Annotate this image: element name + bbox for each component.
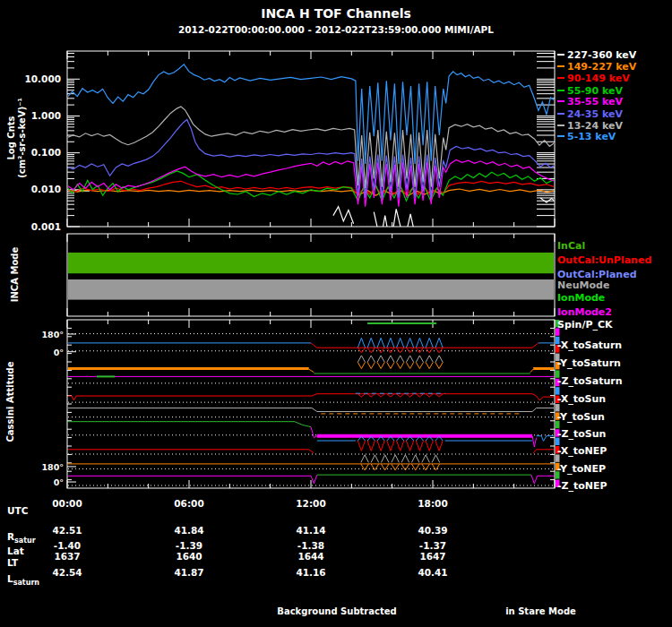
l-value: 42.54 bbox=[36, 567, 99, 578]
legend-item: -Z_toSun bbox=[557, 428, 606, 440]
row-label-l-sub: saturn bbox=[13, 579, 39, 587]
ylabel-line2: (cm²-sr-s-keV)⁻¹ bbox=[17, 89, 28, 187]
legend-item: 90-149 keV bbox=[557, 73, 630, 84]
utc-label-1: 06:00 bbox=[158, 498, 220, 509]
lt-value: 1640 bbox=[158, 551, 220, 562]
legend-item: -X_toNEP bbox=[557, 445, 607, 457]
ytick-0p001: 0.001 bbox=[20, 221, 61, 232]
row-label-l: Lsaturn bbox=[7, 573, 39, 587]
lt-value: 1647 bbox=[401, 551, 464, 562]
attitude-ytick: 180° bbox=[22, 462, 64, 472]
utc-label-3: 18:00 bbox=[401, 498, 464, 509]
legend-item: -X_toSaturn bbox=[557, 339, 622, 351]
legend-item: -Y_toSaturn bbox=[557, 357, 621, 369]
r-value: 41.84 bbox=[158, 525, 220, 536]
r-value: 40.39 bbox=[401, 525, 464, 536]
attitude-ytick: 180° bbox=[22, 330, 64, 339]
attitude-panel-ylabel: Cassini Attitude bbox=[5, 348, 15, 456]
lt-value: 1637 bbox=[36, 551, 99, 562]
ytick-0p01: 0.010 bbox=[20, 184, 61, 194]
legend-tick-icon bbox=[557, 65, 564, 67]
l-value: 41.87 bbox=[158, 567, 220, 578]
legend-item: Spin/P_CK bbox=[557, 319, 613, 331]
row-label-lat: Lat bbox=[7, 545, 24, 556]
l-value: 40.41 bbox=[401, 567, 464, 578]
inca-tof-figure: INCA H TOF Channels 2012-022T00:00:00.00… bbox=[0, 0, 672, 627]
ylabel-line1: Log Cnts bbox=[6, 89, 17, 187]
lat-value: -1.39 bbox=[158, 540, 220, 551]
legend-tick-icon bbox=[557, 77, 564, 79]
legend-tick-icon bbox=[557, 100, 564, 102]
r-value: 42.51 bbox=[36, 525, 99, 536]
background-subtracted-note: Background Subtracted bbox=[265, 606, 409, 616]
legend-item: 5-13 keV bbox=[557, 131, 616, 142]
row-label-r-sub: satur bbox=[14, 537, 36, 545]
top-panel-ylabel: Log Cnts (cm²-sr-s-keV)⁻¹ bbox=[6, 89, 28, 187]
legend-item: InCal bbox=[557, 240, 585, 252]
legend-item: -Y_toNEP bbox=[557, 463, 606, 475]
utc-label-0: 00:00 bbox=[36, 498, 99, 509]
legend-item: 24-35 keV bbox=[557, 108, 623, 120]
lt-value: 1644 bbox=[280, 551, 342, 562]
ytick-1: 1.000 bbox=[20, 110, 61, 121]
ytick-0p1: 0.100 bbox=[20, 147, 61, 158]
legend-tick-icon bbox=[557, 54, 564, 56]
legend-item: -Y_toSun bbox=[557, 411, 605, 423]
row-label-lt: LT bbox=[7, 557, 18, 568]
legend-item: 35-55 keV bbox=[557, 96, 623, 107]
mode-panel-ylabel: INCA Mode bbox=[10, 239, 20, 311]
legend-item: -Z_toNEP bbox=[557, 480, 607, 492]
lat-value: -1.40 bbox=[36, 540, 99, 551]
row-label-r: Rsatur bbox=[7, 531, 36, 545]
row-label-utc: UTC bbox=[7, 505, 28, 516]
legend-item: IonMode bbox=[557, 292, 605, 304]
legend-item: 227-360 keV bbox=[557, 49, 636, 61]
attitude-ytick: 0° bbox=[22, 348, 64, 357]
legend-tick-icon bbox=[557, 113, 564, 115]
l-value: 41.16 bbox=[280, 567, 342, 578]
legend-item: -X_toSun bbox=[557, 393, 606, 405]
legend-tick-icon bbox=[557, 90, 564, 91]
figure-subtitle: 2012-022T00:00:00.000 - 2012-022T23:59:0… bbox=[0, 24, 672, 35]
ytick-10: 10.000 bbox=[20, 73, 61, 84]
page-title: INCA H TOF Channels bbox=[0, 6, 672, 21]
utc-label-2: 12:00 bbox=[280, 498, 342, 509]
legend-item: 149-227 keV bbox=[557, 61, 636, 73]
r-value: 41.14 bbox=[280, 525, 342, 536]
legend-tick-icon bbox=[557, 135, 564, 137]
stare-mode-note: in Stare Mode bbox=[485, 606, 597, 616]
attitude-ytick: 0° bbox=[22, 477, 64, 487]
lat-value: -1.37 bbox=[401, 540, 464, 551]
legend-item: IonMode2 bbox=[557, 306, 612, 318]
legend-item: OutCal:UnPlaned bbox=[557, 254, 651, 266]
lat-value: -1.38 bbox=[280, 540, 342, 551]
legend-item: -Z_toSaturn bbox=[557, 375, 623, 387]
legend-tick-icon bbox=[557, 125, 564, 126]
legend-item: NeuMode bbox=[557, 279, 609, 291]
